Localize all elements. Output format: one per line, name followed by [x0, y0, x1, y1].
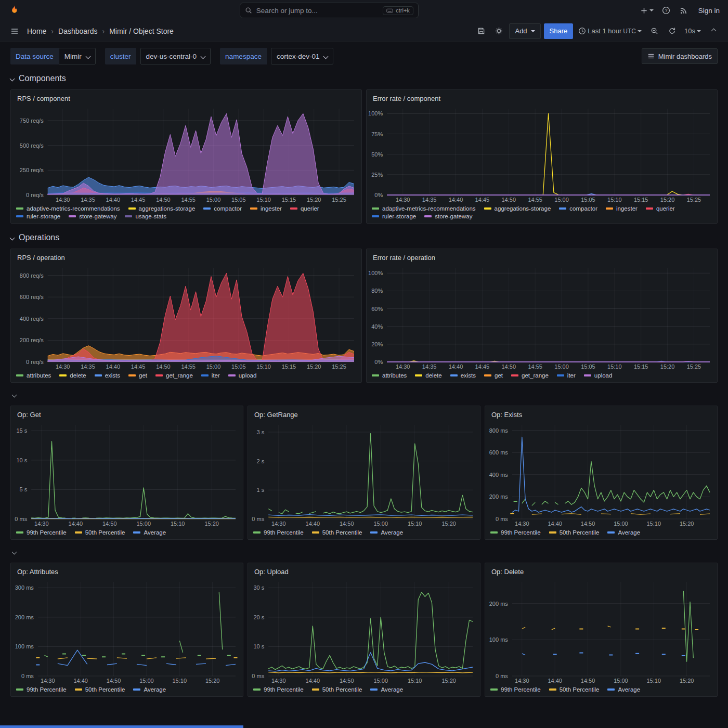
legend-item[interactable]: ingester: [606, 205, 638, 212]
share-button[interactable]: Share: [544, 23, 574, 39]
collapse-toolbar-button[interactable]: [706, 23, 721, 39]
legend-item[interactable]: get_range: [155, 372, 193, 379]
legend-item[interactable]: 50th Percentile: [549, 686, 600, 693]
panel-title[interactable]: Op: Attributes: [11, 563, 243, 578]
legend-item[interactable]: Average: [607, 529, 640, 536]
legend-item[interactable]: compactor: [559, 205, 597, 212]
datasource-select[interactable]: Mimir: [59, 48, 96, 64]
legend-item[interactable]: 50th Percentile: [312, 529, 362, 536]
legend-item[interactable]: get_range: [511, 372, 549, 379]
chart-op-upload[interactable]: 0 ms10 s20 s30 s14:3014:4014:5015:0015:1…: [248, 578, 480, 685]
section-components[interactable]: Components: [10, 73, 718, 84]
legend-item[interactable]: 50th Percentile: [549, 529, 600, 536]
legend-item[interactable]: Average: [607, 686, 640, 693]
legend-item[interactable]: compactor: [203, 205, 242, 212]
panel-title[interactable]: Op: Upload: [248, 563, 480, 578]
legend-item[interactable]: 99th Percentile: [253, 686, 304, 693]
new-button[interactable]: [638, 3, 656, 18]
legend-item[interactable]: upload: [584, 372, 613, 379]
legend-item[interactable]: 50th Percentile: [312, 686, 362, 693]
chart-op-getrange[interactable]: 0 ms1 s2 s3 s14:3014:4014:5015:0015:1015…: [248, 421, 480, 528]
legend-item[interactable]: store-gateway: [69, 213, 116, 219]
chevron-down-icon: [85, 54, 90, 59]
legend-item[interactable]: exists: [450, 372, 476, 379]
legend-item[interactable]: exists: [95, 372, 120, 379]
legend-item[interactable]: 99th Percentile: [490, 686, 541, 693]
legend-item[interactable]: ingester: [250, 205, 282, 212]
panel-title[interactable]: Op: Get: [11, 406, 243, 421]
zoom-out-button[interactable]: [647, 23, 661, 39]
legend-item[interactable]: ruler-storage: [372, 213, 416, 219]
chart-error-rate-operation[interactable]: 0%20%40%60%80%100%14:3014:3514:4014:4514…: [367, 264, 717, 371]
legend-item[interactable]: aggregations-storage: [128, 205, 196, 212]
legend-label: querier: [301, 205, 319, 212]
legend-item[interactable]: Average: [370, 686, 403, 693]
chart-op-exists[interactable]: 0 ms200 ms400 ms600 ms800 ms14:3014:4014…: [485, 421, 717, 528]
section-operations[interactable]: Operations: [10, 232, 718, 243]
search-input[interactable]: Search or jump to... ctrl+k: [240, 3, 419, 18]
legend-item[interactable]: get: [484, 372, 503, 379]
chart-rps-operation[interactable]: 0 req/s200 req/s400 req/s600 req/s800 re…: [11, 264, 361, 371]
refresh-button[interactable]: [665, 23, 679, 39]
breadcrumb-dashboards[interactable]: Dashboards: [58, 27, 98, 35]
legend-item[interactable]: aggregations-storage: [484, 205, 551, 212]
chart-op-attributes[interactable]: 0 ms100 ms200 ms300 ms14:3014:4014:5015:…: [11, 578, 243, 685]
menu-button[interactable]: [7, 23, 22, 39]
legend-item[interactable]: iter: [557, 372, 576, 379]
panel-title[interactable]: Error rate / operation: [367, 249, 717, 264]
chart-error-rate-component[interactable]: 0%25%50%75%100%14:3014:3514:4014:4514:50…: [367, 105, 717, 204]
legend-item[interactable]: usage-stats: [125, 213, 166, 219]
sign-in-link[interactable]: Sign in: [698, 7, 720, 15]
legend-item[interactable]: querier: [646, 205, 675, 212]
legend-item[interactable]: attributes: [372, 372, 407, 379]
legend-item[interactable]: Average: [133, 686, 166, 693]
legend-item[interactable]: get: [128, 372, 147, 379]
news-button[interactable]: [677, 3, 691, 18]
time-range-picker[interactable]: Last 1 hour UTC: [576, 23, 644, 39]
legend-item[interactable]: attributes: [16, 372, 51, 379]
help-button[interactable]: ?: [659, 3, 673, 18]
legend-item[interactable]: 99th Percentile: [16, 529, 67, 536]
add-button[interactable]: Add: [509, 23, 540, 39]
save-dashboard-button[interactable]: [474, 23, 488, 39]
dashboard-settings-button[interactable]: [491, 23, 506, 39]
row-collapse-toggle[interactable]: [10, 545, 18, 558]
breadcrumb-home[interactable]: Home: [27, 27, 46, 35]
legend-item[interactable]: 50th Percentile: [75, 529, 125, 536]
panel-title[interactable]: RPS / component: [11, 90, 361, 105]
legend-item[interactable]: 99th Percentile: [490, 529, 541, 536]
legend-label: adaptive-metrics-recommendations: [382, 205, 476, 212]
grafana-logo-icon[interactable]: [8, 5, 20, 17]
mimir-dashboards-button[interactable]: Mimir dashboards: [642, 48, 718, 64]
legend-label: 99th Percentile: [264, 529, 304, 536]
panel-title[interactable]: Op: Exists: [485, 406, 717, 421]
chart-op-get[interactable]: 0 ms5 s10 s15 s14:3014:4014:5015:0015:10…: [11, 421, 243, 528]
legend-item[interactable]: iter: [201, 372, 220, 379]
legend-item[interactable]: 50th Percentile: [75, 686, 125, 693]
legend-item[interactable]: querier: [290, 205, 319, 212]
panel-title[interactable]: Op: GetRange: [248, 406, 480, 421]
panel-op-getrange: Op: GetRange 0 ms1 s2 s3 s14:3014:4014:5…: [248, 406, 480, 540]
panel-title[interactable]: Error rate / component: [367, 90, 717, 105]
horizontal-scrollbar-thumb[interactable]: [0, 725, 243, 728]
panel-title[interactable]: Op: Delete: [485, 563, 717, 578]
panel-title[interactable]: RPS / operation: [11, 249, 361, 264]
legend-item[interactable]: store-gateway: [424, 213, 472, 219]
legend-item[interactable]: 99th Percentile: [253, 529, 304, 536]
legend-item[interactable]: delete: [59, 372, 86, 379]
namespace-select[interactable]: cortex-dev-01: [271, 48, 334, 64]
legend-item[interactable]: adaptive-metrics-recommendations: [372, 205, 476, 212]
legend-item[interactable]: adaptive-metrics-recommendations: [16, 205, 120, 212]
help-icon: ?: [662, 6, 670, 15]
refresh-interval-picker[interactable]: 10s: [682, 23, 703, 39]
cluster-select[interactable]: dev-us-central-0: [140, 48, 211, 64]
legend-item[interactable]: 99th Percentile: [16, 686, 67, 693]
legend-item[interactable]: upload: [228, 372, 257, 379]
legend-item[interactable]: Average: [133, 529, 166, 536]
legend-item[interactable]: delete: [415, 372, 441, 379]
chart-rps-component[interactable]: 0 req/s250 req/s500 req/s750 req/s14:301…: [11, 105, 361, 204]
chart-op-delete[interactable]: 0 ms100 ms200 ms14:3014:4014:5015:0015:1…: [485, 578, 717, 685]
row-collapse-toggle[interactable]: [10, 388, 18, 401]
legend-item[interactable]: Average: [370, 529, 403, 536]
legend-item[interactable]: ruler-storage: [16, 213, 60, 219]
